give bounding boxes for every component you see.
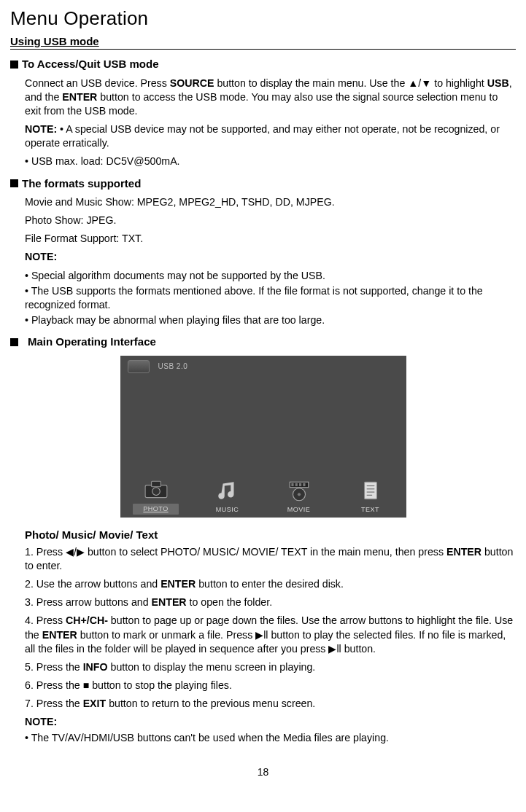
text: Connect an USB device. Press (25, 77, 170, 89)
text: button to mark or unmark a file. Press (77, 629, 255, 641)
play-pause-icon: ▶ll (255, 629, 268, 641)
enter-label: ENTER (152, 596, 187, 608)
step-1: 1. Press ◀/▶ button to select PHOTO/ MUS… (25, 545, 516, 573)
text: • The USB supports the formats mentioned… (25, 285, 483, 311)
svg-rect-6 (299, 483, 301, 486)
usb-badge-icon (128, 360, 150, 373)
music-note-icon (213, 479, 242, 504)
text: 2. Use the arrow buttons and (25, 578, 160, 590)
text: button to return to the previous menu sc… (106, 698, 315, 709)
film-reel-icon (285, 479, 314, 504)
section-access-quit: To Access/Quit USB mode Connect an USB d… (10, 57, 516, 168)
usb-item-photo[interactable]: PHOTO (120, 472, 192, 518)
svg-rect-4 (291, 483, 293, 486)
text: 4. Press (25, 614, 66, 626)
document-icon (356, 479, 385, 504)
page-number: 18 (10, 765, 516, 779)
svg-rect-5 (295, 483, 297, 486)
text: 5. Press the (25, 661, 83, 673)
text: button to stop the playing files. (89, 679, 232, 691)
text: button. (341, 643, 376, 655)
section-heading: The formats supported (22, 176, 141, 191)
enter-label: ENTER (62, 91, 97, 103)
info-label: INFO (83, 661, 108, 673)
bullet-line: • Special algorithm documents may not be… (25, 269, 516, 283)
bullet-line: • The USB supports the formats mentioned… (25, 284, 516, 312)
text-line: Photo Show: JPEG. (25, 214, 516, 227)
text: • A special USB device may not be suppor… (25, 123, 500, 149)
section-heading: Main Operating Interface (28, 335, 156, 349)
svg-point-9 (297, 493, 300, 496)
section-main-interface: Main Operating Interface USB 2.0 PHOTO M… (10, 335, 516, 517)
stop-icon: ■ (83, 679, 90, 691)
step-6: 6. Press the ■ button to stop the playin… (25, 679, 516, 692)
usb-version-label: USB 2.0 (158, 362, 188, 372)
text: to open the folder. (187, 596, 273, 608)
left-right-arrow-icon: ◀/▶ (66, 546, 85, 558)
note-line: • The TV/AV/HDMI/USB buttons can't be us… (25, 731, 516, 745)
text: button to select PHOTO/ MUSIC/ MOVIE/ TE… (85, 546, 446, 558)
usb-interface-screenshot: USB 2.0 PHOTO MUSIC MOVIE (120, 356, 406, 518)
step-2: 2. Use the arrow buttons and ENTER butto… (25, 577, 516, 591)
square-bullet-icon (10, 338, 18, 346)
svg-rect-1 (151, 482, 160, 487)
paragraph: Connect an USB device. Press SOURCE butt… (25, 77, 516, 119)
usb-top-bar: USB 2.0 (120, 356, 406, 378)
text: button to enter the desired disk. (196, 578, 344, 590)
text-line: Movie and Music Show: MPEG2, MPEG2_HD, T… (25, 195, 516, 209)
step-4: 4. Press CH+/CH- button to page up or pa… (25, 614, 516, 656)
usb-item-text[interactable]: TEXT (335, 472, 406, 518)
note-label: NOTE: (25, 715, 516, 729)
text: 1. Press (25, 546, 66, 558)
ch-label: CH+/CH- (66, 614, 108, 626)
svg-rect-7 (303, 483, 305, 486)
text-line: File Format Support: TXT. (25, 232, 516, 246)
enter-label: ENTER (160, 578, 196, 590)
usb-item-label: TEXT (361, 505, 379, 514)
note-label: NOTE: (25, 123, 57, 135)
step-7: 7. Press the EXIT button to return to th… (25, 697, 516, 711)
note-line: • USB max. load: DC5V@500mA. (25, 155, 516, 168)
usb-item-music[interactable]: MUSIC (192, 472, 263, 518)
svg-rect-10 (364, 483, 376, 499)
usb-item-label: MUSIC (216, 505, 239, 514)
section-subtitle: Using USB mode (10, 34, 99, 49)
section-heading: To Access/Quit USB mode (22, 57, 159, 71)
up-down-arrow-icon: ▲/▼ (408, 77, 431, 89)
usb-item-label: PHOTO (133, 504, 178, 514)
text: button to display the main menu. Use the (214, 77, 408, 89)
usb-label: USB (487, 77, 509, 89)
usb-item-label: MOVIE (287, 505, 311, 514)
usb-menu-row: PHOTO MUSIC MOVIE TEXT (120, 472, 406, 518)
note-label: NOTE: (25, 250, 516, 264)
exit-label: EXIT (83, 698, 107, 709)
usb-item-movie[interactable]: MOVIE (263, 472, 335, 518)
square-bullet-icon (10, 179, 18, 187)
step-5: 5. Press the INFO button to display the … (25, 660, 516, 674)
subtitle-row: Using USB mode (10, 34, 516, 50)
page-title: Menu Operation (10, 6, 516, 31)
text: 3. Press arrow buttons and (25, 596, 152, 608)
camera-icon (142, 477, 171, 502)
square-bullet-icon (10, 60, 18, 69)
text: 6. Press the (25, 679, 83, 691)
text: to highlight (431, 77, 487, 89)
enter-label: ENTER (42, 629, 77, 641)
source-label: SOURCE (170, 77, 214, 89)
text: 7. Press the (25, 698, 83, 709)
play-pause-icon: ▶ll (328, 643, 341, 655)
section-photo-music-movie-text: Photo/ Music/ Movie/ Text 1. Press ◀/▶ b… (25, 528, 516, 745)
step-3: 3. Press arrow buttons and ENTER to open… (25, 596, 516, 609)
bullet-line: • Playback may be abnormal when playing … (25, 313, 516, 327)
enter-label: ENTER (446, 546, 481, 558)
text: button to display the menu screen in pla… (108, 661, 316, 673)
section-formats: The formats supported Movie and Music Sh… (10, 176, 516, 328)
sub-heading: Photo/ Music/ Movie/ Text (25, 528, 516, 542)
svg-point-2 (152, 488, 160, 496)
note-line: NOTE: • A special USB device may not be … (25, 122, 516, 150)
